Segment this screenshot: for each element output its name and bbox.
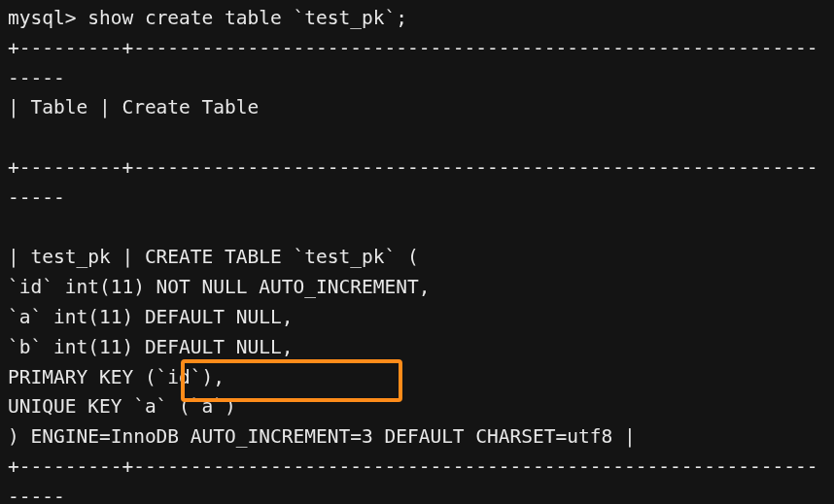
create-table-line-6: UNIQUE KEY `a` (`a`) (8, 392, 826, 422)
mysql-prompt: mysql> (8, 7, 87, 29)
auto-increment-value: AUTO_INCREMENT=3 (191, 425, 373, 448)
create-table-line-3: `a` int(11) DEFAULT NULL, (8, 303, 826, 333)
table-header-row: | Table | Create Table (8, 93, 826, 123)
create-table-line-1: | test_pk | CREATE TABLE `test_pk` ( (8, 243, 826, 273)
create-table-line-4: `b` int(11) DEFAULT NULL, (8, 333, 826, 363)
table-border-bottom: +---------+-----------------------------… (8, 453, 826, 504)
sql-command: show create table `test_pk`; (87, 7, 407, 29)
command-line[interactable]: mysql> show create table `test_pk`; (8, 4, 826, 34)
terminal-window: mysql> show create table `test_pk`; +---… (0, 0, 834, 504)
create-table-line-5: PRIMARY KEY (`id`), (8, 363, 826, 393)
table-border-top: +---------+-----------------------------… (8, 34, 826, 94)
table-border-mid: +---------+-----------------------------… (8, 153, 826, 214)
create-table-line-7: ) ENGINE=InnoDB AUTO_INCREMENT=3 DEFAULT… (8, 422, 826, 453)
create-table-line-2: `id` int(11) NOT NULL AUTO_INCREMENT, (8, 273, 826, 303)
